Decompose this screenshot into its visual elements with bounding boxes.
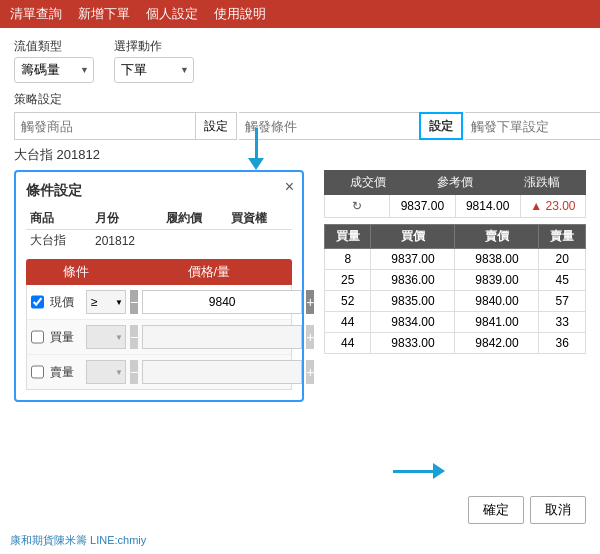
symbol-tag: 大台指 201812 bbox=[14, 146, 586, 164]
condition-title: 條件設定 bbox=[26, 182, 292, 200]
sell-qty-1: 45 bbox=[539, 270, 586, 291]
buy-qty-4: 44 bbox=[325, 333, 371, 354]
nav-item-help[interactable]: 使用說明 bbox=[214, 5, 266, 23]
product-col-header: 商品 bbox=[26, 208, 91, 230]
buy-qty-2: 52 bbox=[325, 291, 371, 312]
action-buttons: 確定 取消 bbox=[468, 496, 586, 524]
nav-item-settings[interactable]: 個人設定 bbox=[146, 5, 198, 23]
cond-value-0[interactable] bbox=[142, 290, 302, 314]
change-header: 漲跌幅 bbox=[499, 170, 586, 195]
cond-checkbox-0[interactable] bbox=[31, 294, 44, 310]
nav-item-query[interactable]: 清單查詢 bbox=[10, 5, 62, 23]
order-row-1: 25 9836.00 9839.00 45 bbox=[325, 270, 586, 291]
product-month: 201812 bbox=[91, 230, 162, 252]
cond-checkbox-1[interactable] bbox=[31, 329, 44, 345]
buy-price-header: 買價 bbox=[371, 225, 455, 249]
flow-action-group: 選擇動作 下單 bbox=[114, 38, 194, 83]
cond-plus-2[interactable]: + bbox=[306, 360, 314, 384]
ref-price-value: 9814.00 bbox=[456, 195, 521, 217]
trigger-order-input[interactable] bbox=[465, 112, 600, 140]
refresh-icon[interactable]: ↻ bbox=[325, 195, 390, 217]
flow-type-label: 流值類型 bbox=[14, 38, 94, 55]
cond-label-0: 現價 bbox=[50, 294, 82, 311]
sell-price-header: 賣價 bbox=[455, 225, 539, 249]
flow-action-select[interactable]: 下單 bbox=[114, 57, 194, 83]
cond-row-0: 現價 ≥ − + bbox=[27, 285, 291, 320]
buy-price-3: 9834.00 bbox=[371, 312, 455, 333]
trigger-product-set-btn[interactable]: 設定 bbox=[195, 112, 237, 140]
buy-qty-0: 8 bbox=[325, 249, 371, 270]
cond-label-2: 賣量 bbox=[50, 364, 82, 381]
product-strike bbox=[162, 230, 227, 252]
order-book-table: 買量 買價 賣價 賣量 8 9837.00 9838.00 20 25 9836… bbox=[324, 224, 586, 354]
buy-qty-header: 買量 bbox=[325, 225, 371, 249]
order-row-2: 52 9835.00 9840.00 57 bbox=[325, 291, 586, 312]
order-row-4: 44 9833.00 9842.00 36 bbox=[325, 333, 586, 354]
sell-price-3: 9841.00 bbox=[455, 312, 539, 333]
cond-value-2[interactable] bbox=[142, 360, 302, 384]
arrow-down-annotation bbox=[248, 128, 264, 170]
sell-qty-2: 57 bbox=[539, 291, 586, 312]
qty-col-header: 買資權 bbox=[227, 208, 292, 230]
buy-price-0: 9837.00 bbox=[371, 249, 455, 270]
cond-plus-0[interactable]: + bbox=[306, 290, 314, 314]
cond-minus-0[interactable]: − bbox=[130, 290, 138, 314]
product-row: 大台指 201812 bbox=[26, 230, 292, 252]
nav-item-new-order[interactable]: 新增下單 bbox=[78, 5, 130, 23]
ref-price-header: 參考價 bbox=[411, 170, 498, 195]
cond-value-1[interactable] bbox=[142, 325, 302, 349]
market-info-panel: 成交價 參考價 漲跌幅 ↻ 9837.00 9814.00 ▲ 23.00 買量… bbox=[324, 170, 586, 402]
top-navigation: 清單查詢 新增下單 個人設定 使用說明 bbox=[0, 0, 600, 28]
flow-row: 流值類型 籌碼量 選擇動作 下單 bbox=[14, 38, 586, 83]
sell-price-2: 9840.00 bbox=[455, 291, 539, 312]
flow-type-select[interactable]: 籌碼量 bbox=[14, 57, 94, 83]
strategy-bar: 設定 設定 設定 新增 bbox=[14, 112, 586, 140]
price-col-header: 價格/量 bbox=[126, 263, 292, 281]
buy-price-4: 9833.00 bbox=[371, 333, 455, 354]
buy-price-1: 9836.00 bbox=[371, 270, 455, 291]
cond-plus-1[interactable]: + bbox=[306, 325, 314, 349]
sell-qty-4: 36 bbox=[539, 333, 586, 354]
trigger-product-input[interactable] bbox=[14, 112, 195, 140]
confirm-button[interactable]: 確定 bbox=[468, 496, 524, 524]
condition-rows: 現價 ≥ − + 買量 − + 賣量 bbox=[26, 285, 292, 390]
layout-row: 條件設定 × 商品 月份 履約價 買資權 大台指 201812 bbox=[14, 170, 586, 402]
sell-price-0: 9838.00 bbox=[455, 249, 539, 270]
cancel-button[interactable]: 取消 bbox=[530, 496, 586, 524]
strike-col-header: 履約價 bbox=[162, 208, 227, 230]
cond-col-header: 條件 bbox=[26, 263, 126, 281]
arrow-right-annotation bbox=[393, 463, 445, 479]
product-table: 商品 月份 履約價 買資權 大台指 201812 bbox=[26, 208, 292, 251]
footer-text: 康和期貨陳米籌 LINE:chmiy bbox=[10, 533, 146, 548]
trigger-condition-input[interactable] bbox=[239, 112, 419, 140]
sell-qty-0: 20 bbox=[539, 249, 586, 270]
main-content: 流值類型 籌碼量 選擇動作 下單 策略設定 設定 設定 設定 新增 大台指 20… bbox=[0, 28, 600, 554]
cond-row-1: 買量 − + bbox=[27, 320, 291, 355]
cond-op-select-1[interactable] bbox=[86, 325, 126, 349]
flow-action-label: 選擇動作 bbox=[114, 38, 194, 55]
sell-price-4: 9842.00 bbox=[455, 333, 539, 354]
product-qty bbox=[227, 230, 292, 252]
strategy-label: 策略設定 bbox=[14, 91, 586, 108]
cond-label-1: 買量 bbox=[50, 329, 82, 346]
cond-minus-2[interactable]: − bbox=[130, 360, 138, 384]
sell-price-1: 9839.00 bbox=[455, 270, 539, 291]
condition-section: 條件設定 × 商品 月份 履約價 買資權 大台指 201812 bbox=[14, 170, 304, 402]
cond-minus-1[interactable]: − bbox=[130, 325, 138, 349]
trigger-condition-set-btn[interactable]: 設定 bbox=[419, 112, 463, 140]
trade-price-value: 9837.00 bbox=[390, 195, 455, 217]
close-button[interactable]: × bbox=[285, 178, 294, 196]
condition-table-header: 條件 價格/量 bbox=[26, 259, 292, 285]
cond-op-select-0[interactable]: ≥ bbox=[86, 290, 126, 314]
cond-checkbox-2[interactable] bbox=[31, 364, 44, 380]
cond-row-2: 賣量 − + bbox=[27, 355, 291, 389]
market-info-data: ↻ 9837.00 9814.00 ▲ 23.00 bbox=[324, 195, 586, 218]
order-row-3: 44 9834.00 9841.00 33 bbox=[325, 312, 586, 333]
month-col-header: 月份 bbox=[91, 208, 162, 230]
buy-qty-1: 25 bbox=[325, 270, 371, 291]
flow-type-group: 流值類型 籌碼量 bbox=[14, 38, 94, 83]
product-name: 大台指 bbox=[26, 230, 91, 252]
change-value: ▲ 23.00 bbox=[521, 195, 585, 217]
cond-op-select-2[interactable] bbox=[86, 360, 126, 384]
buy-price-2: 9835.00 bbox=[371, 291, 455, 312]
